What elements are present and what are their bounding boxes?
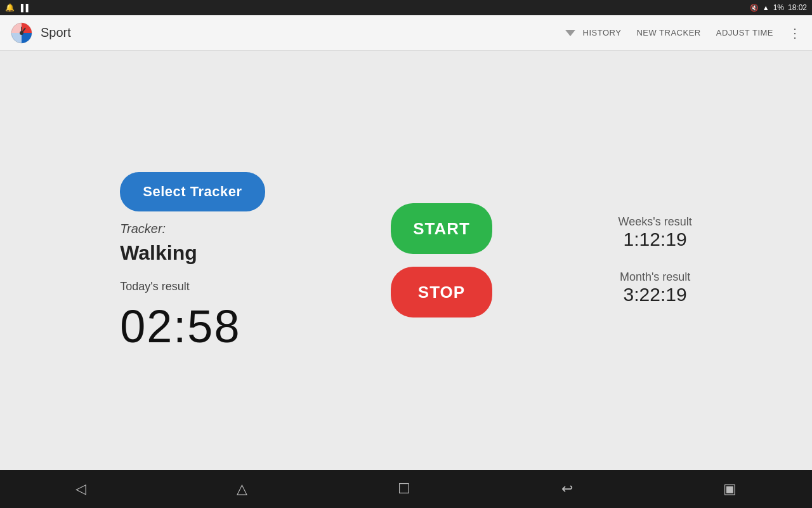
months-result-block: Month's result 3:22:19: [620, 271, 690, 305]
weeks-result-label: Weeks's result: [619, 215, 692, 229]
tracker-panel: Select Tracker Tracker: Walking Today's …: [57, 172, 755, 349]
tracker-name: Walking: [120, 241, 197, 265]
stop-button[interactable]: STOP: [391, 267, 492, 318]
battery-percentage: 1%: [773, 3, 784, 12]
weeks-result-time: 1:12:19: [619, 229, 692, 250]
new-tracker-button[interactable]: NEW TRACKER: [636, 28, 700, 37]
weeks-result-block: Weeks's result 1:12:19: [619, 215, 692, 250]
back-nav-button[interactable]: ◁: [75, 481, 86, 497]
nav-button-5[interactable]: ▣: [723, 481, 737, 497]
clock-time: 18:02: [788, 3, 807, 12]
dropdown-indicator: [565, 30, 575, 36]
app-title: Sport: [41, 25, 563, 40]
status-right: 🔇 ▲ 1% 18:02: [750, 3, 807, 12]
left-section: Select Tracker Tracker: Walking Today's …: [120, 172, 265, 349]
app-logo: [10, 22, 33, 44]
months-result-time: 3:22:19: [620, 284, 690, 305]
notification-icon-1: 🔔: [5, 3, 15, 12]
right-section: Weeks's result 1:12:19 Month's result 3:…: [619, 215, 692, 305]
tracker-label-text: Tracker:: [120, 222, 166, 236]
nav-button-4[interactable]: ↩: [561, 481, 573, 497]
notification-icon-2: ▐▐: [18, 4, 29, 11]
start-button[interactable]: START: [391, 203, 492, 254]
mute-icon: 🔇: [750, 4, 759, 12]
history-button[interactable]: HISTORY: [583, 28, 622, 37]
recent-nav-button[interactable]: ☐: [398, 481, 410, 497]
tracker-label: Tracker:: [120, 222, 166, 236]
status-bar: 🔔 ▐▐ 🔇 ▲ 1% 18:02: [0, 0, 812, 15]
status-left: 🔔 ▐▐: [5, 3, 29, 12]
home-nav-button[interactable]: △: [237, 481, 247, 497]
main-content: Select Tracker Tracker: Walking Today's …: [0, 51, 812, 470]
adjust-time-button[interactable]: ADJUST TIME: [716, 28, 773, 37]
app-bar: Sport HISTORY NEW TRACKER ADJUST TIME ⋮: [0, 15, 812, 51]
bottom-nav: ◁ △ ☐ ↩ ▣: [0, 470, 812, 508]
center-section: START STOP: [391, 203, 492, 318]
today-time-display: 02:58: [120, 304, 240, 349]
nav-actions: HISTORY NEW TRACKER ADJUST TIME ⋮: [583, 25, 802, 41]
wifi-icon: ▲: [763, 4, 769, 11]
today-result-label: Today's result: [120, 280, 190, 293]
months-result-label: Month's result: [620, 271, 690, 284]
select-tracker-button[interactable]: Select Tracker: [120, 172, 265, 211]
more-options-button[interactable]: ⋮: [789, 25, 802, 41]
